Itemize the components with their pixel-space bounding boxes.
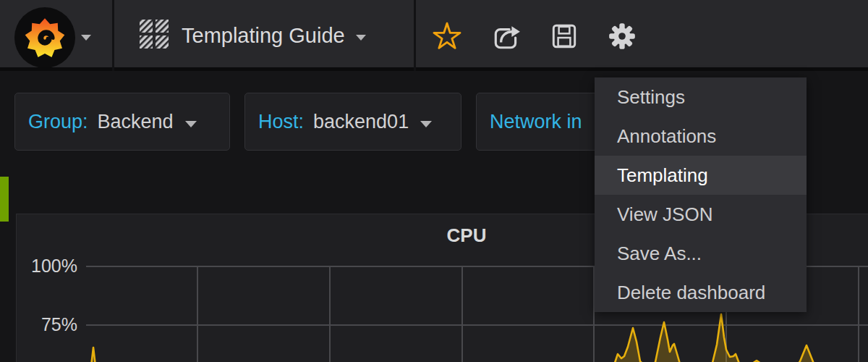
share-icon bbox=[491, 21, 522, 54]
grafana-logo-icon bbox=[14, 7, 76, 69]
variable-selector-group[interactable]: Group: Backend bbox=[14, 93, 230, 151]
dashboard-title: Templating Guide bbox=[182, 24, 345, 48]
variable-label: Host: bbox=[258, 111, 304, 133]
menu-item-annotations[interactable]: Annotations bbox=[595, 117, 807, 156]
save-icon bbox=[549, 21, 579, 54]
dashboard-settings-button[interactable] bbox=[606, 22, 638, 54]
grafana-logo-section[interactable] bbox=[0, 0, 114, 71]
star-icon bbox=[433, 22, 461, 54]
dashboard-title-dropdown[interactable]: Templating Guide bbox=[116, 0, 416, 71]
share-dashboard-button[interactable] bbox=[490, 22, 522, 54]
variable-label: Group: bbox=[28, 111, 88, 133]
save-dashboard-button[interactable] bbox=[548, 22, 580, 54]
dashboard-grid-icon bbox=[140, 20, 169, 51]
chevron-down-icon bbox=[185, 121, 197, 127]
top-navbar: Templating Guide bbox=[0, 0, 868, 71]
logo-dropdown-caret bbox=[81, 35, 91, 41]
menu-item-templating[interactable]: Templating bbox=[595, 156, 807, 195]
menu-item-settings[interactable]: Settings bbox=[595, 77, 807, 117]
chevron-down-icon bbox=[420, 121, 432, 127]
settings-dropdown-menu: Settings Annotations Templating View JSO… bbox=[595, 77, 807, 312]
row-collapse-handle[interactable] bbox=[0, 177, 9, 222]
gear-icon bbox=[607, 21, 637, 54]
menu-item-delete-dashboard[interactable]: Delete dashboard bbox=[595, 273, 807, 312]
title-dropdown-caret bbox=[356, 35, 366, 41]
variable-value: backend01 bbox=[313, 111, 409, 133]
variable-value: Backend bbox=[98, 111, 174, 133]
variable-selector-host[interactable]: Host: backend01 bbox=[244, 93, 461, 151]
star-dashboard-button[interactable] bbox=[431, 22, 463, 54]
variable-label: Network in bbox=[490, 111, 582, 133]
menu-item-view-json[interactable]: View JSON bbox=[595, 195, 807, 234]
menu-item-save-as[interactable]: Save As... bbox=[595, 234, 807, 273]
